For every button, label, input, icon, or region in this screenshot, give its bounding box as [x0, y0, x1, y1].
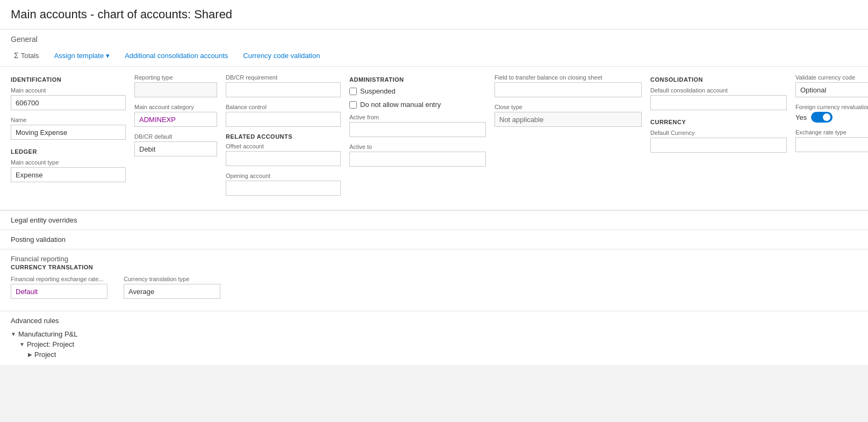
financial-reporting-subtitle: CURRENCY TRANSLATION	[11, 264, 857, 270]
tree-item-1: ▼ Project: Project	[11, 339, 857, 349]
legal-entity-overrides-section[interactable]: Legal entity overrides	[0, 210, 868, 230]
do-not-allow-manual-entry-label: Do not allow manual entry	[360, 101, 441, 109]
currency-translation-type-input[interactable]	[124, 284, 220, 299]
close-type-group: Close type	[494, 104, 642, 127]
default-consolidation-account-input[interactable]	[650, 95, 787, 110]
exchange-rate-group: Financial reporting exchange rate...	[11, 276, 107, 299]
opening-account-input[interactable]	[226, 181, 341, 196]
do-not-allow-manual-entry-row: Do not allow manual entry	[349, 101, 486, 109]
db-cr-default-label: DB/CR default	[134, 133, 217, 140]
default-consolidation-account-group: Default consolidation account	[650, 87, 787, 110]
totals-label: Totals	[21, 52, 39, 60]
totals-button[interactable]: Σ Totals	[11, 49, 42, 62]
main-account-input[interactable]	[11, 95, 126, 110]
field-transfer-balance-input[interactable]	[494, 82, 642, 97]
validate-currency-code-label: Validate currency code	[795, 74, 868, 81]
main-account-group: Main account	[11, 87, 126, 110]
tree-icon-2: ▶	[28, 352, 32, 357]
tree-item-2: ▶ Project	[11, 349, 857, 360]
db-cr-default-input[interactable]	[134, 141, 217, 156]
offset-account-input[interactable]	[226, 151, 341, 166]
identification-section-label: IDENTIFICATION	[11, 76, 126, 83]
currency-section-label: CURRENCY	[650, 119, 787, 125]
yes-label: Yes	[795, 113, 807, 121]
reporting-type-label: Reporting type	[134, 74, 217, 81]
related-accounts-section: RELATED ACCOUNTS Offset account Opening …	[226, 133, 341, 196]
tab-currency-code-validation[interactable]: Currency code validation	[240, 49, 323, 62]
tab-additional-consolidation[interactable]: Additional consolidation accounts	[121, 49, 231, 62]
field-transfer-balance-label: Field to transfer balance on closing she…	[494, 74, 642, 81]
default-currency-group: Default Currency	[650, 130, 787, 153]
name-input[interactable]	[11, 125, 126, 140]
db-cr-requirement-label: DB/CR requirement	[226, 74, 341, 81]
form-grid: IDENTIFICATION Main account Name LEDGER …	[0, 67, 868, 210]
tree-label-0: Manufacturing P&L	[18, 330, 78, 338]
col-reporting: Reporting type Main account category DB/…	[134, 74, 226, 202]
posting-validation-label: Posting validation	[11, 235, 66, 244]
col-identification: IDENTIFICATION Main account Name LEDGER …	[11, 74, 134, 202]
active-from-group: Active from	[349, 114, 486, 137]
default-currency-label: Default Currency	[650, 130, 787, 136]
opening-account-group: Opening account	[226, 173, 341, 196]
name-label: Name	[11, 117, 126, 123]
validate-currency-code-input[interactable]	[795, 82, 868, 97]
balance-control-label: Balance control	[226, 104, 341, 110]
opening-account-label: Opening account	[226, 173, 341, 179]
toggle-slider	[811, 112, 833, 123]
validate-currency-code-group: Validate currency code	[795, 74, 868, 97]
default-currency-input[interactable]	[650, 138, 787, 153]
content-area: General Σ Totals Assign template ▾ Addit…	[0, 30, 868, 365]
reporting-type-input[interactable]	[134, 82, 217, 97]
general-section-header: General	[0, 30, 868, 47]
legal-entity-overrides-label: Legal entity overrides	[11, 216, 77, 224]
balance-control-input[interactable]	[226, 112, 341, 127]
tree-label-2: Project	[34, 351, 56, 359]
do-not-allow-manual-entry-checkbox[interactable]	[349, 101, 357, 109]
exchange-rate-type-select[interactable]	[795, 137, 868, 152]
tree-icon-0: ▼	[11, 331, 16, 337]
suspended-checkbox[interactable]	[349, 88, 357, 95]
assign-template-button[interactable]: Assign template ▾	[51, 49, 113, 62]
col-validate-currency: Validate currency code Foreign currency …	[795, 74, 868, 202]
foreign-revaluation-label: Foreign currency revaluation	[795, 104, 868, 110]
active-from-label: Active from	[349, 114, 486, 120]
name-group: Name	[11, 117, 126, 140]
main-account-type-label: Main account type	[11, 159, 126, 166]
foreign-revaluation-toggle-row: Yes	[795, 112, 868, 123]
main-account-category-label: Main account category	[134, 104, 217, 110]
field-transfer-balance-group: Field to transfer balance on closing she…	[494, 74, 642, 97]
page-title: Main accounts - chart of accounts: Share…	[11, 8, 857, 22]
main-account-type-group: Main account type	[11, 159, 126, 182]
suspended-label: Suspended	[360, 87, 396, 95]
financial-reporting-title: Financial reporting	[11, 255, 857, 263]
active-to-group: Active to	[349, 144, 486, 167]
exchange-rate-type-group: Exchange rate type	[795, 129, 868, 152]
close-type-input	[494, 112, 642, 127]
main-account-label: Main account	[11, 87, 126, 94]
db-cr-requirement-input[interactable]	[226, 82, 341, 97]
main-account-type-input[interactable]	[11, 167, 126, 182]
active-to-label: Active to	[349, 144, 486, 150]
posting-validation-section[interactable]: Posting validation	[0, 230, 868, 249]
exchange-rate-label: Financial reporting exchange rate...	[11, 276, 107, 282]
administration-section-label: ADMINISTRATION	[349, 76, 486, 83]
foreign-revaluation-toggle[interactable]	[811, 112, 833, 123]
balance-control-group: Balance control	[226, 104, 341, 127]
active-from-input[interactable]	[349, 122, 486, 137]
exchange-rate-input[interactable]	[11, 284, 107, 299]
ledger-section-label: LEDGER	[11, 148, 126, 155]
db-cr-requirement-group: DB/CR requirement	[226, 74, 341, 97]
tree-icon-1: ▼	[19, 341, 25, 347]
sigma-icon: Σ	[14, 51, 19, 60]
main-account-category-input[interactable]	[134, 112, 217, 127]
currency-translation-type-group: Currency translation type	[124, 276, 220, 299]
foreign-revaluation-group: Foreign currency revaluation Yes	[795, 104, 868, 123]
related-accounts-label: RELATED ACCOUNTS	[226, 133, 341, 140]
tree-item-0: ▼ Manufacturing P&L	[11, 329, 857, 339]
page-header: Main accounts - chart of accounts: Share…	[0, 0, 868, 30]
col-dbcr: DB/CR requirement Balance control RELATE…	[226, 74, 349, 202]
offset-account-label: Offset account	[226, 143, 341, 149]
active-to-input[interactable]	[349, 152, 486, 167]
financial-reporting-grid: Financial reporting exchange rate... Cur…	[11, 276, 857, 305]
tree-label-1: Project: Project	[27, 340, 74, 348]
